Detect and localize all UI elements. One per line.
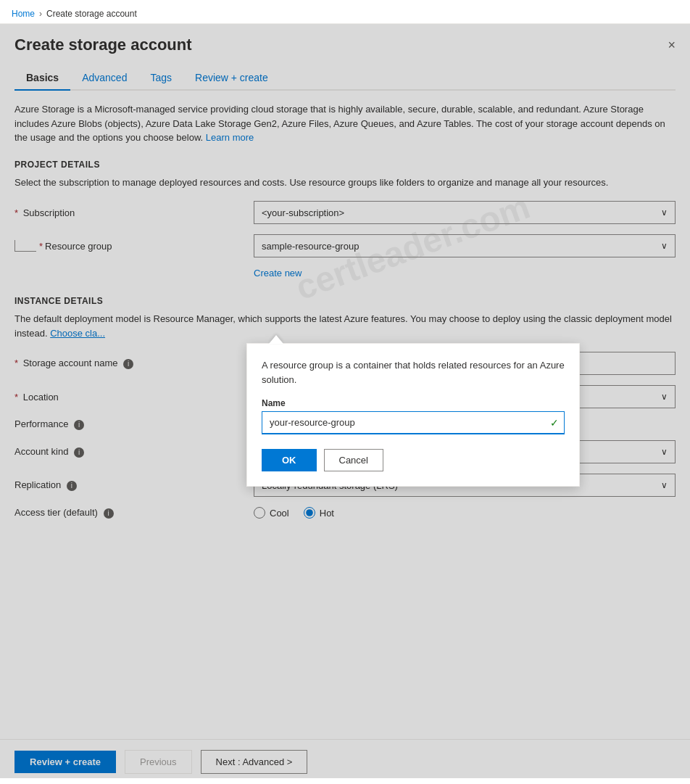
dialog-check-icon: ✓ (550, 417, 559, 429)
dialog-name-input[interactable] (262, 411, 565, 434)
dialog-cancel-button[interactable]: Cancel (324, 449, 383, 471)
breadcrumb-home[interactable]: Home (12, 9, 35, 19)
main-container: certleader.com Create storage account × … (0, 24, 690, 778)
dialog-overlay: A resource group is a container that hol… (0, 24, 690, 778)
dialog-name-label: Name (262, 398, 565, 408)
dialog-input-wrapper: ✓ (262, 411, 565, 434)
dialog-buttons: OK Cancel (262, 449, 565, 471)
dialog-pointer (269, 335, 283, 344)
breadcrumb: Home › Create storage account (0, 0, 690, 24)
dialog-ok-button[interactable]: OK (262, 449, 317, 471)
breadcrumb-separator: › (39, 9, 42, 19)
dialog-box: A resource group is a container that hol… (246, 343, 580, 487)
dialog-text: A resource group is a container that hol… (262, 358, 565, 387)
breadcrumb-current: Create storage account (46, 9, 137, 19)
